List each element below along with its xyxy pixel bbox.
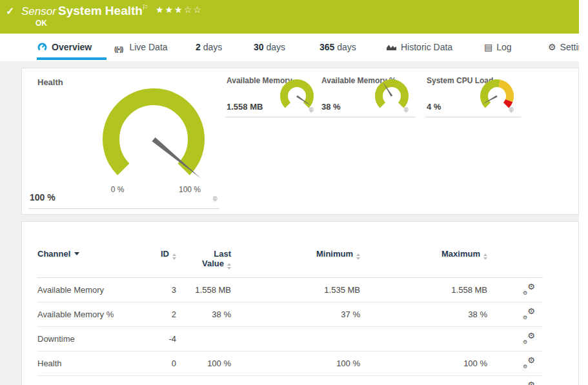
channel-minimum: 37 %	[231, 302, 360, 327]
channel-id: 0	[154, 351, 176, 376]
table-row[interactable]: Health 0 100 % 100 % 100 % ⚙⚙	[37, 351, 543, 376]
channel-last-value: 100 %	[176, 351, 231, 376]
channel-last-value: 4 %	[176, 376, 231, 385]
channel-name[interactable]: Available Memory	[37, 278, 154, 302]
channel-maximum	[360, 327, 487, 351]
column-header-last-value[interactable]: LastValue	[176, 240, 231, 278]
channel-table-panel: Channel ID LastValue Minimum Maximum Ava…	[21, 221, 579, 385]
tab-label: Log	[496, 42, 511, 52]
channel-minimum: 100 %	[231, 351, 360, 376]
table-row[interactable]: Available Memory % 2 38 % 37 % 38 % ⚙⚙	[37, 302, 543, 327]
channel-maximum: 1.558 MB	[360, 278, 487, 302]
gauge-tile-system-cpu-load: System CPU Load 4 % ⚙	[425, 76, 521, 117]
gauge-value: 100 %	[30, 192, 56, 202]
sort-desc-icon	[74, 252, 79, 255]
table-row[interactable]: Downtime -4 ⚙⚙	[37, 327, 543, 351]
sensor-title: System Health	[58, 4, 143, 18]
log-icon: ▤	[484, 42, 492, 52]
channel-last-value: 1.558 MB	[176, 278, 231, 302]
gauges-panel: Health 0 % 100 % 100 % ⚙ Available Memor…	[21, 68, 579, 215]
tab-365-days[interactable]: 365 days	[319, 42, 356, 52]
column-header-channel[interactable]: Channel	[37, 240, 154, 278]
channel-minimum	[231, 327, 360, 351]
gauge-tile-available-memory-pct: Available Memory % 38 % ⚙	[320, 76, 416, 117]
table-row[interactable]: Available Memory 3 1.558 MB 1.535 MB 1.5…	[37, 278, 543, 302]
tab-label: Overview	[52, 42, 92, 52]
channel-id: 1	[154, 376, 176, 385]
channel-minimum: 4 %	[231, 376, 360, 385]
channel-name[interactable]: Downtime	[37, 327, 154, 351]
gauge-icon	[37, 42, 48, 54]
channel-last-value	[176, 327, 231, 351]
tab-number: 2	[196, 42, 201, 52]
pin-icon[interactable]	[508, 107, 514, 114]
gauge-scale-min: 0 %	[101, 185, 134, 194]
active-tab-underline	[37, 57, 106, 60]
right-gutter	[579, 0, 588, 385]
channel-table: Channel ID LastValue Minimum Maximum Ava…	[37, 240, 543, 385]
area-chart-icon	[386, 43, 397, 54]
channel-settings-gears-icon[interactable]: ⚙⚙	[523, 284, 535, 294]
tab-label: days	[337, 42, 356, 52]
object-kind-label: Sensor	[21, 5, 56, 18]
pin-icon[interactable]	[403, 107, 409, 114]
sort-icon	[356, 253, 360, 260]
gauge-value: 38 %	[321, 102, 341, 112]
channel-settings-gears-icon[interactable]: ⚙⚙	[523, 333, 535, 343]
priority-stars[interactable]: ★★★☆☆	[156, 5, 203, 15]
channel-settings-gears-icon[interactable]: ⚙⚙	[523, 357, 535, 368]
tab-overview[interactable]: Overview	[37, 42, 92, 54]
tab-2-days[interactable]: 2 days	[196, 42, 222, 52]
column-header-id[interactable]: ID	[154, 240, 176, 278]
broadcast-icon: ((•))	[114, 45, 123, 53]
channel-id: 2	[154, 302, 176, 327]
sort-icon	[483, 253, 487, 260]
channel-id: -4	[154, 327, 176, 351]
channel-name[interactable]: Health	[37, 351, 154, 376]
gauge-value: 4 %	[427, 102, 441, 112]
tab-label: days	[203, 42, 223, 52]
channel-minimum: 1.535 MB	[231, 278, 360, 302]
health-gauge[interactable]	[92, 72, 221, 186]
table-row[interactable]: System CPU Load 1 4 % 4 % 12 % ⚙⚙	[37, 376, 543, 385]
channel-id: 3	[154, 278, 176, 302]
column-header-settings	[487, 240, 543, 278]
gauge-value: 1.558 MB	[227, 102, 263, 112]
tab-bar: Overview ((•)) Live Data 2 days 30 days …	[0, 34, 579, 61]
channel-maximum: 12 %	[360, 376, 487, 385]
tab-historic-data[interactable]: Historic Data	[386, 42, 452, 54]
tab-label: Live Data	[129, 42, 167, 52]
flag-icon[interactable]: ⚐	[142, 3, 148, 12]
tab-30-days[interactable]: 30 days	[254, 42, 285, 52]
channel-name[interactable]: System CPU Load	[37, 376, 154, 385]
prtg-sensor-page: ✓ Sensor System Health ⚐ ★★★☆☆ OK Overvi…	[0, 0, 588, 385]
channel-maximum: 38 %	[360, 302, 487, 327]
pin-icon[interactable]	[308, 107, 314, 114]
tab-label: Historic Data	[401, 42, 452, 52]
tab-number: 30	[254, 42, 264, 52]
column-header-minimum[interactable]: Minimum	[231, 240, 360, 278]
channel-settings-gears-icon[interactable]: ⚙⚙	[523, 308, 535, 319]
channel-last-value: 38 %	[176, 302, 231, 327]
gauge-scale-max: 100 %	[174, 185, 206, 194]
gear-icon: ⚙	[548, 42, 556, 52]
channel-name[interactable]: Available Memory %	[37, 302, 154, 327]
gauge-tile-available-memory: Available Memory 1.558 MB ⚙	[225, 76, 321, 117]
status-ok-check-icon: ✓	[6, 5, 14, 17]
gauge-title: Health	[37, 77, 63, 87]
sort-icon	[227, 263, 231, 270]
tab-log[interactable]: ▤Log	[484, 42, 512, 52]
gauge-tile-health: Health 0 % 100 % 100 % ⚙	[28, 74, 219, 209]
workspace: Health 0 % 100 % 100 % ⚙ Available Memor…	[0, 61, 579, 385]
tab-live-data[interactable]: ((•)) Live Data	[114, 42, 168, 53]
sensor-header: ✓ Sensor System Health ⚐ ★★★☆☆ OK	[0, 0, 579, 34]
sort-icon	[172, 253, 176, 260]
column-header-maximum[interactable]: Maximum	[360, 240, 487, 278]
tab-label: days	[266, 42, 285, 52]
tab-number: 365	[319, 42, 334, 52]
pin-icon[interactable]	[212, 196, 218, 202]
channel-maximum: 100 %	[360, 351, 487, 376]
sensor-status-text: OK	[35, 19, 47, 28]
channel-settings-gears-icon[interactable]: ⚙⚙	[523, 382, 535, 385]
